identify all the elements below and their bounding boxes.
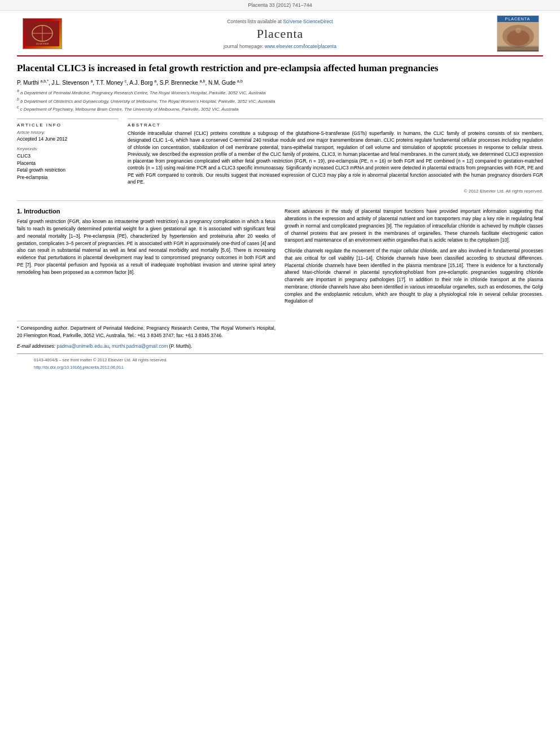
svg-text:ELSEVIER: ELSEVIER bbox=[36, 42, 49, 45]
keywords-section: Keywords: CLIC3 Placenta Fetal growth re… bbox=[17, 146, 119, 181]
abstract-section: ABSTRACT Chloride intracellular channel … bbox=[128, 119, 543, 194]
introduction-title: 1. Introduction bbox=[17, 208, 275, 215]
info-abstract-section: ARTICLE INFO Article history: Accepted 1… bbox=[17, 119, 543, 194]
article-content: Placental CLIC3 is increased in fetal gr… bbox=[0, 56, 560, 383]
keyword-fgr: Fetal growth restriction bbox=[17, 167, 119, 174]
journal-header: ELSEVIER Contents lists available at Sci… bbox=[17, 11, 543, 56]
doi-link[interactable]: http://dx.doi.org/10.1016/j.placenta.201… bbox=[34, 365, 124, 370]
page: Placenta 33 (2012) 741–744 ELSEVIER Cont… bbox=[0, 0, 560, 747]
sciverse-text: Contents lists available at bbox=[227, 19, 281, 24]
elsevier-logo: ELSEVIER bbox=[23, 18, 62, 49]
article-info-box: ARTICLE INFO Article history: Accepted 1… bbox=[17, 119, 119, 181]
sciverse-link[interactable]: SciVerse ScienceDirect bbox=[283, 19, 333, 24]
history-label: Article history: bbox=[17, 130, 119, 135]
journal-thumbnail-section: PLACENTA bbox=[492, 15, 543, 52]
footer-license-text: 0143-4004/$ – see front matter © 2012 El… bbox=[34, 357, 168, 362]
journal-header-center: Contents lists available at SciVerse Sci… bbox=[68, 15, 492, 52]
intro-right-para-2: Chloride channels regulate the movement … bbox=[285, 247, 543, 305]
footnote-area: * Corresponding author. Department of Pe… bbox=[17, 321, 275, 350]
introduction-section: 1. Introduction Fetal growth restriction… bbox=[17, 208, 543, 353]
introduction-right: Recent advances in the study of placenta… bbox=[285, 208, 543, 353]
abstract-heading: ABSTRACT bbox=[128, 123, 543, 128]
page-footer: 0143-4004/$ – see front matter © 2012 El… bbox=[17, 353, 543, 372]
intro-right-para-1: Recent advances in the study of placenta… bbox=[285, 208, 543, 244]
journal-title: Placenta bbox=[257, 27, 304, 41]
abstract-text: Chloride intracellular channel (CLIC) pr… bbox=[128, 130, 543, 186]
article-title: Placental CLIC3 is increased in fetal gr… bbox=[17, 62, 543, 75]
authors-line: P. Murthi a,b,*, J.L. Stevenson a, T.T. … bbox=[17, 79, 543, 86]
authors-text: P. Murthi a,b,*, J.L. Stevenson a, T.T. … bbox=[17, 80, 243, 86]
keyword-placenta: Placenta bbox=[17, 160, 119, 167]
keywords-label: Keywords: bbox=[17, 146, 119, 151]
affiliation-a: a a Department of Perinatal Medicine, Pr… bbox=[17, 88, 543, 97]
section-divider bbox=[17, 200, 543, 201]
article-info-column: ARTICLE INFO Article history: Accepted 1… bbox=[17, 119, 119, 194]
journal-homepage-link[interactable]: www.elsevier.com/locate/placenta bbox=[265, 43, 336, 49]
affiliations: a a Department of Perinatal Medicine, Pr… bbox=[17, 88, 543, 113]
top-bar: Placenta 33 (2012) 741–744 bbox=[0, 0, 560, 11]
journal-homepage: journal homepage: www.elsevier.com/locat… bbox=[224, 43, 336, 49]
elsevier-logo-image: ELSEVIER bbox=[23, 18, 62, 49]
keyword-clic3: CLIC3 bbox=[17, 152, 119, 160]
sciverse-line: Contents lists available at SciVerse Sci… bbox=[227, 19, 333, 24]
intro-para-1: Fetal growth restriction (FGR, also know… bbox=[17, 218, 275, 276]
keyword-pe: Pre-eclampsia bbox=[17, 174, 119, 181]
placenta-journal-cover: PLACENTA bbox=[497, 15, 539, 52]
accepted-date: Accepted 14 June 2012 bbox=[17, 136, 119, 142]
placenta-cover-image bbox=[497, 22, 539, 51]
journal-citation: Placenta 33 (2012) 741–744 bbox=[248, 2, 312, 8]
footer-doi: http://dx.doi.org/10.1016/j.placenta.201… bbox=[34, 365, 526, 370]
footer-license: 0143-4004/$ – see front matter © 2012 El… bbox=[34, 357, 526, 362]
abstract-column: ABSTRACT Chloride intracellular channel … bbox=[128, 119, 543, 194]
placenta-cover-label: PLACENTA bbox=[497, 16, 539, 22]
affiliation-c: c c Department of Psychiatry, Melbourne … bbox=[17, 104, 543, 113]
svg-rect-9 bbox=[497, 46, 539, 50]
article-info-heading: ARTICLE INFO bbox=[17, 123, 119, 128]
footnote-email: E-mail addresses: padma@unimelb.edu.au, … bbox=[17, 343, 275, 350]
elsevier-logo-section: ELSEVIER bbox=[17, 15, 68, 52]
svg-point-8 bbox=[515, 28, 521, 33]
doi-text: http://dx.doi.org/10.1016/j.placenta.201… bbox=[34, 365, 124, 370]
affiliation-b: b b Department of Obstetrics and Gynaeco… bbox=[17, 97, 543, 105]
introduction-left: 1. Introduction Fetal growth restriction… bbox=[17, 208, 275, 353]
copyright-line: © 2012 Elsevier Ltd. All rights reserved… bbox=[128, 189, 543, 194]
footnote-corresponding: * Corresponding author. Department of Pe… bbox=[17, 325, 275, 339]
